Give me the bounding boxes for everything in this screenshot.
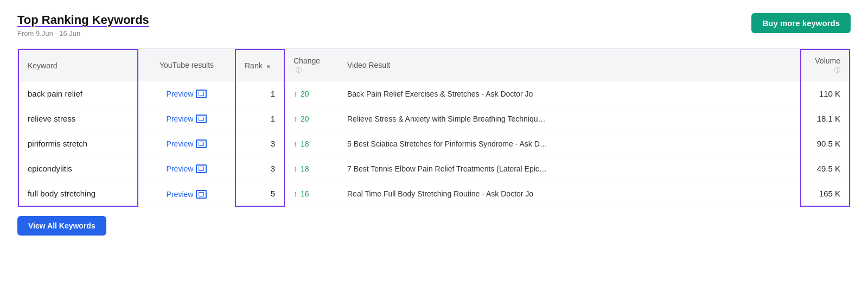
video-result-cell: 7 Best Tennis Elbow Pain Relief Treatmen… [339, 156, 801, 181]
preview-label: Preview [167, 90, 194, 98]
col-header-volume: Volume ⓘ [801, 49, 850, 81]
table-row: piriformis stretch Preview 3↑ 185 Best S… [18, 131, 850, 156]
change-cell: ↑ 16 [284, 181, 339, 207]
change-value: 16 [301, 189, 309, 198]
title-block: Top Ranking Keywords From 9.Jun - 16.Jun [17, 13, 149, 37]
arrow-up-icon: ↑ [293, 115, 297, 123]
change-value: 18 [301, 164, 309, 173]
preview-cell[interactable]: Preview [138, 106, 235, 131]
view-all-keywords-button[interactable]: View All Keywords [17, 216, 106, 236]
change-value: 18 [301, 139, 309, 148]
keyword-cell: piriformis stretch [18, 131, 138, 156]
change-value: 20 [301, 90, 309, 98]
table-row: full body stretching Preview 5↑ 16Real T… [18, 181, 850, 207]
change-info-icon: ⓘ [296, 66, 302, 74]
change-value: 20 [301, 115, 309, 123]
volume-cell: 165 K [801, 181, 850, 207]
preview-label: Preview [167, 139, 194, 148]
table-body: back pain relief Preview 1↑ 20Back Pain … [18, 81, 850, 207]
volume-cell: 90.5 K [801, 131, 850, 156]
col-header-video: Video Result [339, 49, 801, 81]
keywords-table: Keyword YouTube results Rank ≡ Change ⓘ … [18, 49, 850, 207]
rank-cell: 1 [235, 106, 284, 131]
volume-info-icon: ⓘ [834, 66, 840, 74]
table-header-row: Keyword YouTube results Rank ≡ Change ⓘ … [18, 49, 850, 81]
preview-link[interactable]: Preview [167, 190, 207, 199]
volume-cell: 49.5 K [801, 156, 850, 181]
preview-link[interactable]: Preview [167, 164, 207, 173]
volume-cell: 110 K [801, 81, 850, 106]
col-header-keyword: Keyword [18, 49, 138, 81]
arrow-up-icon: ↑ [293, 164, 297, 173]
change-cell: ↑ 18 [284, 156, 339, 181]
preview-label: Preview [167, 190, 194, 199]
table-row: relieve stress Preview 1↑ 20Relieve Stre… [18, 106, 850, 131]
preview-cell[interactable]: Preview [138, 81, 235, 106]
date-range: From 9.Jun - 16.Jun [17, 29, 149, 37]
change-cell: ↑ 20 [284, 106, 339, 131]
preview-link[interactable]: Preview [167, 115, 207, 123]
preview-icon [196, 139, 207, 148]
preview-icon [196, 190, 207, 199]
preview-link[interactable]: Preview [167, 139, 207, 148]
rank-cell: 5 [235, 181, 284, 207]
preview-icon [196, 90, 207, 98]
page-title: Top Ranking Keywords [17, 13, 149, 27]
keyword-cell: relieve stress [18, 106, 138, 131]
preview-label: Preview [167, 164, 194, 173]
rank-cell: 3 [235, 131, 284, 156]
keywords-table-wrapper: Keyword YouTube results Rank ≡ Change ⓘ … [17, 48, 851, 207]
page-header: Top Ranking Keywords From 9.Jun - 16.Jun… [17, 13, 851, 37]
arrow-up-icon: ↑ [293, 90, 297, 98]
preview-cell[interactable]: Preview [138, 156, 235, 181]
video-result-cell: Real Time Full Body Stretching Routine -… [339, 181, 801, 207]
keyword-cell: back pain relief [18, 81, 138, 106]
keyword-cell: full body stretching [18, 181, 138, 207]
preview-cell[interactable]: Preview [138, 181, 235, 207]
video-result-cell: 5 Best Sciatica Stretches for Piriformis… [339, 131, 801, 156]
preview-link[interactable]: Preview [167, 90, 207, 98]
col-header-rank: Rank ≡ [235, 49, 284, 81]
keyword-cell: epicondylitis [18, 156, 138, 181]
preview-label: Preview [167, 115, 194, 123]
preview-icon [196, 164, 207, 173]
rank-cell: 1 [235, 81, 284, 106]
table-row: back pain relief Preview 1↑ 20Back Pain … [18, 81, 850, 106]
video-result-cell: Relieve Stress & Anxiety with Simple Bre… [339, 106, 801, 131]
video-result-cell: Back Pain Relief Exercises & Stretches -… [339, 81, 801, 106]
rank-cell: 3 [235, 156, 284, 181]
preview-icon [196, 115, 207, 123]
change-cell: ↑ 18 [284, 131, 339, 156]
rank-sort-icon[interactable]: ≡ [267, 63, 270, 69]
buy-keywords-button[interactable]: Buy more keywords [751, 13, 851, 33]
preview-cell[interactable]: Preview [138, 131, 235, 156]
arrow-up-icon: ↑ [293, 139, 297, 148]
change-cell: ↑ 20 [284, 81, 339, 106]
col-header-youtube: YouTube results [138, 49, 235, 81]
volume-cell: 18.1 K [801, 106, 850, 131]
arrow-up-icon: ↑ [293, 189, 297, 198]
col-header-change: Change ⓘ [284, 49, 339, 81]
table-row: epicondylitis Preview 3↑ 187 Best Tennis… [18, 156, 850, 181]
